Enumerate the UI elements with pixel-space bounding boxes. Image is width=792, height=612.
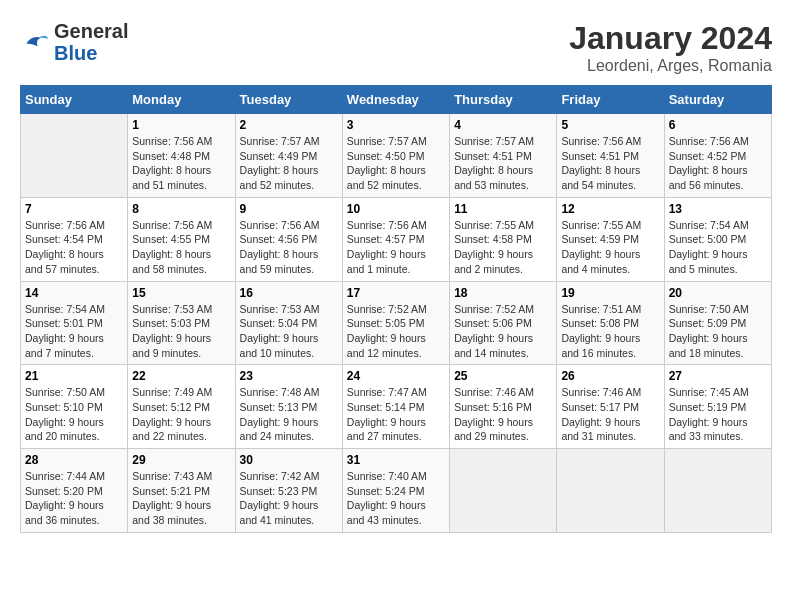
day-number: 27	[669, 369, 767, 383]
calendar-week-2: 14Sunrise: 7:54 AM Sunset: 5:01 PM Dayli…	[21, 281, 772, 365]
calendar-week-3: 21Sunrise: 7:50 AM Sunset: 5:10 PM Dayli…	[21, 365, 772, 449]
day-number: 29	[132, 453, 230, 467]
day-info: Sunrise: 7:56 AM Sunset: 4:55 PM Dayligh…	[132, 218, 230, 277]
day-info: Sunrise: 7:56 AM Sunset: 4:54 PM Dayligh…	[25, 218, 123, 277]
calendar-cell: 28Sunrise: 7:44 AM Sunset: 5:20 PM Dayli…	[21, 449, 128, 533]
day-info: Sunrise: 7:46 AM Sunset: 5:16 PM Dayligh…	[454, 385, 552, 444]
day-info: Sunrise: 7:54 AM Sunset: 5:00 PM Dayligh…	[669, 218, 767, 277]
calendar-cell: 21Sunrise: 7:50 AM Sunset: 5:10 PM Dayli…	[21, 365, 128, 449]
calendar-cell: 31Sunrise: 7:40 AM Sunset: 5:24 PM Dayli…	[342, 449, 449, 533]
day-number: 17	[347, 286, 445, 300]
header-thursday: Thursday	[450, 86, 557, 114]
day-number: 23	[240, 369, 338, 383]
calendar-cell: 19Sunrise: 7:51 AM Sunset: 5:08 PM Dayli…	[557, 281, 664, 365]
logo-general: General	[54, 20, 128, 42]
calendar-cell: 16Sunrise: 7:53 AM Sunset: 5:04 PM Dayli…	[235, 281, 342, 365]
day-number: 20	[669, 286, 767, 300]
day-info: Sunrise: 7:49 AM Sunset: 5:12 PM Dayligh…	[132, 385, 230, 444]
day-info: Sunrise: 7:50 AM Sunset: 5:10 PM Dayligh…	[25, 385, 123, 444]
calendar-cell: 1Sunrise: 7:56 AM Sunset: 4:48 PM Daylig…	[128, 114, 235, 198]
calendar-cell: 26Sunrise: 7:46 AM Sunset: 5:17 PM Dayli…	[557, 365, 664, 449]
day-number: 19	[561, 286, 659, 300]
day-info: Sunrise: 7:54 AM Sunset: 5:01 PM Dayligh…	[25, 302, 123, 361]
calendar-cell: 22Sunrise: 7:49 AM Sunset: 5:12 PM Dayli…	[128, 365, 235, 449]
calendar-cell: 27Sunrise: 7:45 AM Sunset: 5:19 PM Dayli…	[664, 365, 771, 449]
calendar-cell: 13Sunrise: 7:54 AM Sunset: 5:00 PM Dayli…	[664, 197, 771, 281]
calendar-cell: 5Sunrise: 7:56 AM Sunset: 4:51 PM Daylig…	[557, 114, 664, 198]
logo-blue: Blue	[54, 42, 97, 64]
calendar-cell: 8Sunrise: 7:56 AM Sunset: 4:55 PM Daylig…	[128, 197, 235, 281]
calendar-cell: 18Sunrise: 7:52 AM Sunset: 5:06 PM Dayli…	[450, 281, 557, 365]
day-info: Sunrise: 7:55 AM Sunset: 4:58 PM Dayligh…	[454, 218, 552, 277]
calendar-cell: 20Sunrise: 7:50 AM Sunset: 5:09 PM Dayli…	[664, 281, 771, 365]
calendar-cell: 14Sunrise: 7:54 AM Sunset: 5:01 PM Dayli…	[21, 281, 128, 365]
calendar-cell	[450, 449, 557, 533]
day-info: Sunrise: 7:56 AM Sunset: 4:51 PM Dayligh…	[561, 134, 659, 193]
calendar-cell: 4Sunrise: 7:57 AM Sunset: 4:51 PM Daylig…	[450, 114, 557, 198]
calendar-table: SundayMondayTuesdayWednesdayThursdayFrid…	[20, 85, 772, 533]
calendar-cell	[557, 449, 664, 533]
day-number: 13	[669, 202, 767, 216]
day-number: 24	[347, 369, 445, 383]
day-info: Sunrise: 7:43 AM Sunset: 5:21 PM Dayligh…	[132, 469, 230, 528]
day-number: 26	[561, 369, 659, 383]
page-title: January 2024	[569, 20, 772, 57]
day-number: 30	[240, 453, 338, 467]
day-number: 18	[454, 286, 552, 300]
calendar-cell: 24Sunrise: 7:47 AM Sunset: 5:14 PM Dayli…	[342, 365, 449, 449]
calendar-cell: 7Sunrise: 7:56 AM Sunset: 4:54 PM Daylig…	[21, 197, 128, 281]
day-number: 11	[454, 202, 552, 216]
day-info: Sunrise: 7:45 AM Sunset: 5:19 PM Dayligh…	[669, 385, 767, 444]
calendar-week-4: 28Sunrise: 7:44 AM Sunset: 5:20 PM Dayli…	[21, 449, 772, 533]
day-number: 12	[561, 202, 659, 216]
day-number: 4	[454, 118, 552, 132]
day-number: 10	[347, 202, 445, 216]
calendar-cell: 10Sunrise: 7:56 AM Sunset: 4:57 PM Dayli…	[342, 197, 449, 281]
day-info: Sunrise: 7:57 AM Sunset: 4:51 PM Dayligh…	[454, 134, 552, 193]
header-monday: Monday	[128, 86, 235, 114]
day-number: 7	[25, 202, 123, 216]
header-sunday: Sunday	[21, 86, 128, 114]
calendar-cell: 30Sunrise: 7:42 AM Sunset: 5:23 PM Dayli…	[235, 449, 342, 533]
day-info: Sunrise: 7:55 AM Sunset: 4:59 PM Dayligh…	[561, 218, 659, 277]
day-info: Sunrise: 7:47 AM Sunset: 5:14 PM Dayligh…	[347, 385, 445, 444]
calendar-cell: 23Sunrise: 7:48 AM Sunset: 5:13 PM Dayli…	[235, 365, 342, 449]
day-number: 2	[240, 118, 338, 132]
day-info: Sunrise: 7:40 AM Sunset: 5:24 PM Dayligh…	[347, 469, 445, 528]
calendar-cell: 12Sunrise: 7:55 AM Sunset: 4:59 PM Dayli…	[557, 197, 664, 281]
day-number: 22	[132, 369, 230, 383]
day-number: 6	[669, 118, 767, 132]
calendar-cell: 11Sunrise: 7:55 AM Sunset: 4:58 PM Dayli…	[450, 197, 557, 281]
header-wednesday: Wednesday	[342, 86, 449, 114]
day-info: Sunrise: 7:48 AM Sunset: 5:13 PM Dayligh…	[240, 385, 338, 444]
calendar-cell: 17Sunrise: 7:52 AM Sunset: 5:05 PM Dayli…	[342, 281, 449, 365]
calendar-cell: 15Sunrise: 7:53 AM Sunset: 5:03 PM Dayli…	[128, 281, 235, 365]
day-info: Sunrise: 7:44 AM Sunset: 5:20 PM Dayligh…	[25, 469, 123, 528]
day-number: 15	[132, 286, 230, 300]
day-info: Sunrise: 7:52 AM Sunset: 5:05 PM Dayligh…	[347, 302, 445, 361]
header-tuesday: Tuesday	[235, 86, 342, 114]
day-info: Sunrise: 7:51 AM Sunset: 5:08 PM Dayligh…	[561, 302, 659, 361]
day-number: 16	[240, 286, 338, 300]
day-info: Sunrise: 7:56 AM Sunset: 4:48 PM Dayligh…	[132, 134, 230, 193]
calendar-cell	[664, 449, 771, 533]
page-subtitle: Leordeni, Arges, Romania	[569, 57, 772, 75]
day-number: 21	[25, 369, 123, 383]
day-number: 9	[240, 202, 338, 216]
day-number: 25	[454, 369, 552, 383]
day-number: 31	[347, 453, 445, 467]
day-info: Sunrise: 7:56 AM Sunset: 4:52 PM Dayligh…	[669, 134, 767, 193]
calendar-cell: 2Sunrise: 7:57 AM Sunset: 4:49 PM Daylig…	[235, 114, 342, 198]
logo-icon	[20, 32, 50, 52]
day-number: 1	[132, 118, 230, 132]
header-saturday: Saturday	[664, 86, 771, 114]
logo: General Blue	[20, 20, 128, 64]
day-info: Sunrise: 7:50 AM Sunset: 5:09 PM Dayligh…	[669, 302, 767, 361]
header-friday: Friday	[557, 86, 664, 114]
calendar-cell: 29Sunrise: 7:43 AM Sunset: 5:21 PM Dayli…	[128, 449, 235, 533]
day-number: 5	[561, 118, 659, 132]
day-info: Sunrise: 7:53 AM Sunset: 5:04 PM Dayligh…	[240, 302, 338, 361]
title-block: January 2024 Leordeni, Arges, Romania	[569, 20, 772, 75]
page-header: General Blue January 2024 Leordeni, Arge…	[20, 20, 772, 75]
calendar-cell: 9Sunrise: 7:56 AM Sunset: 4:56 PM Daylig…	[235, 197, 342, 281]
